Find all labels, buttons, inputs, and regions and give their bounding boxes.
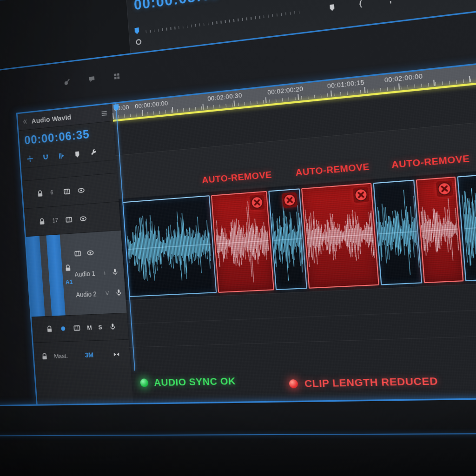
- master-value: 3M: [85, 351, 93, 359]
- remove-badge-icon[interactable]: [353, 187, 370, 203]
- out-point-icon[interactable]: [386, 0, 396, 5]
- lock-icon[interactable]: [64, 264, 72, 272]
- remove-badge-icon[interactable]: [436, 180, 453, 197]
- collapse-panel-icon[interactable]: [22, 118, 28, 125]
- brush-icon[interactable]: [63, 78, 71, 86]
- target-stripe[interactable]: [26, 236, 45, 317]
- mic-icon[interactable]: [115, 288, 123, 297]
- audio-waveform-lane: AUTO-REMOVEAUTO-REMOVEAUTO-REMOVE: [119, 162, 476, 301]
- master-label: Mast.: [54, 352, 68, 360]
- in-point-icon[interactable]: [357, 0, 366, 9]
- magnet-icon[interactable]: [42, 153, 50, 161]
- screen-bezel: [0, 396, 476, 476]
- panel-title: Audio Wavid: [31, 110, 97, 125]
- mini-tick-strip: [146, 10, 302, 33]
- audio1-row[interactable]: Audio 1 i: [74, 268, 121, 278]
- mute-button[interactable]: M: [87, 324, 92, 331]
- remove-badge-icon[interactable]: [282, 192, 298, 208]
- track-label: Audio 1: [74, 269, 99, 278]
- chat-icon[interactable]: [88, 75, 96, 84]
- marker-buttons: [328, 0, 396, 13]
- wrench-icon[interactable]: [89, 148, 97, 157]
- eye-icon[interactable]: [79, 214, 87, 223]
- marker-tool-icon[interactable]: [73, 150, 81, 158]
- audio-controls-row: M S: [32, 313, 129, 343]
- monitor-timecode[interactable]: 00:00:05:02: [133, 0, 220, 14]
- status-clip-length: CLIP LENGTH REDUCED: [289, 375, 438, 390]
- lock-icon[interactable]: [46, 325, 53, 333]
- ruler-timecode: 00:02:00:20: [267, 85, 304, 96]
- timeline-clip-remove[interactable]: [211, 191, 274, 293]
- snap-icon[interactable]: [26, 154, 34, 163]
- remove-badge-icon[interactable]: [249, 195, 264, 211]
- editing-app-screen: 00:00:05:02 AR1: [0, 0, 476, 476]
- audio-track-group[interactable]: A1 Audio 1 i Audio 2: [26, 230, 127, 317]
- ruler-timecode: 00:02:00:30: [207, 92, 243, 102]
- mic-icon[interactable]: [108, 323, 116, 331]
- status-label: CLIP LENGTH REDUCED: [304, 375, 438, 390]
- track-number: 6: [50, 189, 57, 196]
- eye-icon[interactable]: [86, 249, 94, 257]
- timeline-clip-remove[interactable]: [416, 177, 464, 284]
- track-tag: i: [104, 270, 106, 275]
- film-icon[interactable]: [63, 187, 71, 196]
- timeline-clip-normal[interactable]: [123, 195, 217, 297]
- track-tag: V: [106, 290, 109, 296]
- track-badge[interactable]: A1: [65, 278, 73, 285]
- playhead-marker-icon[interactable]: [133, 26, 141, 35]
- track-target-stripes: [26, 235, 66, 317]
- timeline-clip-normal[interactable]: [268, 188, 307, 290]
- film-icon[interactable]: [73, 250, 81, 258]
- audio2-row[interactable]: Audio 2 V: [76, 288, 123, 298]
- film-icon[interactable]: [73, 324, 81, 332]
- status-label: AUDIO SYNC OK: [153, 375, 236, 388]
- mic-icon[interactable]: [111, 268, 119, 276]
- workspace-tool-icons: [63, 72, 121, 86]
- lock-icon[interactable]: [38, 217, 46, 225]
- lock-icon[interactable]: [41, 352, 49, 360]
- track-number: 17: [52, 217, 59, 224]
- timeline-clip-normal[interactable]: [373, 179, 423, 285]
- timeline-area: 00:0000:00:00:0000:02:00:3000:02:00:2000…: [112, 53, 476, 404]
- workspace: Audio Wavid 00:00:06:35 6: [0, 0, 476, 476]
- solo-button[interactable]: S: [98, 324, 102, 331]
- audio-track-rows: Audio 1 i Audio 2 V: [72, 231, 126, 315]
- scrub-knob-icon[interactable]: [134, 38, 143, 46]
- timeline-panel: Audio Wavid 00:00:06:35 6: [16, 52, 476, 405]
- red-status-icon: [289, 379, 298, 389]
- green-status-icon: [140, 378, 149, 387]
- marker-icon[interactable]: [328, 3, 337, 13]
- status-audio-sync: AUDIO SYNC OK: [139, 375, 236, 389]
- grid-icon[interactable]: [113, 72, 121, 81]
- insert-icon[interactable]: [58, 152, 66, 160]
- timeline-clip-remove[interactable]: [301, 183, 379, 289]
- keyframe-icon[interactable]: [112, 350, 120, 358]
- ruler-timecode: 00:02:00:00: [384, 72, 423, 84]
- track-label: Audio 2: [76, 290, 100, 298]
- ruler-timecode: 00:00:00:00: [135, 99, 168, 110]
- lock-icon[interactable]: [36, 189, 44, 198]
- film-icon[interactable]: [65, 215, 73, 224]
- eye-icon[interactable]: [77, 186, 85, 194]
- master-track-row[interactable]: Mast. 3M: [33, 339, 131, 370]
- record-enable-icon[interactable]: [59, 324, 67, 333]
- panel-menu-icon[interactable]: [100, 109, 108, 118]
- ruler-timecode: 00:01:00:15: [327, 79, 364, 90]
- bezel-glow-line: [0, 433, 476, 436]
